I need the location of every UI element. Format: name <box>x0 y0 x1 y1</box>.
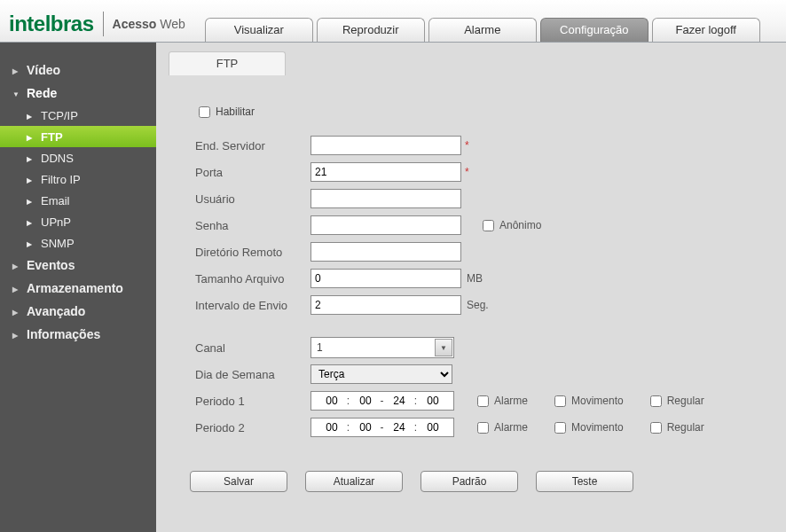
select-canal-value: 1 <box>311 341 434 354</box>
sidebar-item-eventos[interactable]: Eventos <box>0 254 156 277</box>
select-canal[interactable]: 1 ▼ <box>310 337 454 358</box>
sidebar-item-label: Email <box>41 194 70 207</box>
sidebar-item-avancado[interactable]: Avançado <box>0 300 156 323</box>
input-intervalo[interactable] <box>310 295 461 315</box>
required-icon: * <box>465 166 469 178</box>
row-habilitar: Habilitar <box>195 98 786 125</box>
tab-configuracao[interactable]: Configuração <box>540 18 648 42</box>
p1-m2[interactable] <box>421 394 444 408</box>
input-tamanho[interactable] <box>310 269 461 288</box>
sidebar-item-upnp[interactable]: UPnP <box>0 211 156 232</box>
main-tabs: Visualizar Reproduzir Alarme Configuraçã… <box>201 18 786 42</box>
tab-visualizar[interactable]: Visualizar <box>205 18 313 42</box>
sidebar-item-label: SNMP <box>41 237 75 250</box>
sidebar-item-email[interactable]: Email <box>0 190 156 211</box>
input-end-servidor[interactable] <box>310 136 461 155</box>
header: intelbras Acesso Web Visualizar Reproduz… <box>0 0 786 43</box>
sidebar-item-rede[interactable]: Rede <box>0 82 156 105</box>
sidebar-item-label: FTP <box>41 130 63 144</box>
sidebar-item-label: Avançado <box>27 304 85 318</box>
subtab-ftp[interactable]: FTP <box>169 51 286 75</box>
select-dia[interactable]: Terça <box>310 364 452 384</box>
row-dia: Dia de Semana Terça <box>195 361 786 387</box>
label-canal: Canal <box>195 341 310 355</box>
p2-h2[interactable] <box>388 420 411 434</box>
row-tamanho: Tamanho Arquivo MB <box>195 265 786 292</box>
sidebar-item-armazenamento[interactable]: Armazenamento <box>0 277 156 300</box>
chevron-right-icon <box>27 132 35 142</box>
label-anonimo: Anônimo <box>499 219 541 231</box>
p1-checks: Alarme Movimento Regular <box>474 393 727 410</box>
p2-h1[interactable] <box>320 420 343 434</box>
label-end-servidor: End. Servidor <box>195 139 310 153</box>
refresh-button[interactable]: Atualizar <box>305 471 403 492</box>
tab-logoff[interactable]: Fazer logoff <box>652 18 760 42</box>
chevron-right-icon <box>27 196 35 206</box>
label-habilitar: Habilitar <box>216 106 255 118</box>
row-usuario: Usuário <box>195 185 786 212</box>
p1-chk-regular[interactable] <box>650 395 662 407</box>
checkbox-habilitar[interactable] <box>199 106 210 118</box>
dropdown-button-icon[interactable]: ▼ <box>435 339 452 356</box>
sidebar-item-ftp[interactable]: FTP <box>0 126 156 147</box>
chevron-right-icon <box>27 217 35 227</box>
p2-checks: Alarme Movimento Regular <box>474 419 727 436</box>
body: Vídeo Rede TCP/IP FTP DDNS Filtro IP Ema… <box>0 43 786 532</box>
row-canal: Canal 1 ▼ <box>195 334 786 361</box>
sidebar-item-snmp[interactable]: SNMP <box>0 232 156 254</box>
logo-block: intelbras Acesso Web <box>9 12 185 42</box>
sidebar-item-informacoes[interactable]: Informações <box>0 323 156 346</box>
test-button[interactable]: Teste <box>536 471 633 492</box>
sidebar-item-video[interactable]: Vídeo <box>0 59 156 82</box>
label-usuario: Usuário <box>195 192 310 206</box>
checkbox-anonimo[interactable] <box>483 220 494 231</box>
chevron-down-icon <box>12 89 21 98</box>
chevron-right-icon <box>27 153 35 163</box>
ftp-form: Habilitar End. Servidor * Porta * Usuári… <box>169 75 786 492</box>
input-porta[interactable] <box>310 162 461 182</box>
button-bar: Salvar Atualizar Padrão Teste <box>190 471 786 492</box>
row-dir-remoto: Diretório Remoto <box>195 239 786 265</box>
p1-chk-movimento[interactable] <box>554 395 566 407</box>
sidebar-item-label: DDNS <box>41 152 74 165</box>
p1-m1[interactable] <box>354 394 377 408</box>
p1-h2[interactable] <box>388 394 411 408</box>
tab-alarme[interactable]: Alarme <box>428 18 537 42</box>
period2-box: : - : <box>310 418 454 437</box>
sidebar-item-tcpip[interactable]: TCP/IP <box>0 105 156 126</box>
logo-subtitle: Acesso Web <box>113 17 185 31</box>
p2-chk-alarme[interactable] <box>477 422 489 434</box>
logo-divider <box>103 12 104 36</box>
label-periodo1: Periodo 1 <box>195 395 310 408</box>
default-button[interactable]: Padrão <box>421 471 518 492</box>
chevron-right-icon <box>27 111 35 121</box>
row-porta: Porta * <box>195 159 786 185</box>
wrap-anonimo: Anônimo <box>479 217 541 234</box>
p2-m2[interactable] <box>421 420 444 434</box>
tab-reproduzir[interactable]: Reproduzir <box>317 18 425 42</box>
input-senha[interactable] <box>310 215 461 235</box>
sidebar-item-filtroip[interactable]: Filtro IP <box>0 168 156 190</box>
label-dia: Dia de Semana <box>195 368 310 381</box>
label-senha: Senha <box>195 219 310 232</box>
p2-m1[interactable] <box>354 420 377 434</box>
p1-chk-alarme[interactable] <box>477 395 489 407</box>
label-dir-remoto: Diretório Remoto <box>195 246 310 259</box>
input-usuario[interactable] <box>310 189 461 208</box>
label-porta: Porta <box>195 166 310 179</box>
input-dir-remoto[interactable] <box>310 242 461 262</box>
sidebar-item-label: TCP/IP <box>41 109 78 122</box>
label-periodo2: Periodo 2 <box>195 421 310 434</box>
sidebar-item-ddns[interactable]: DDNS <box>0 147 156 168</box>
p1-h1[interactable] <box>320 394 343 408</box>
period1-box: : - : <box>310 391 454 411</box>
chevron-right-icon <box>27 239 35 248</box>
p2-chk-movimento[interactable] <box>554 422 566 434</box>
save-button[interactable]: Salvar <box>190 471 287 492</box>
p2-chk-regular[interactable] <box>650 422 662 434</box>
sidebar-item-label: Eventos <box>27 258 75 272</box>
sidebar-item-label: Informações <box>27 327 100 341</box>
row-end-servidor: End. Servidor * <box>195 132 786 159</box>
sidebar: Vídeo Rede TCP/IP FTP DDNS Filtro IP Ema… <box>0 43 156 532</box>
chevron-right-icon <box>27 175 35 184</box>
